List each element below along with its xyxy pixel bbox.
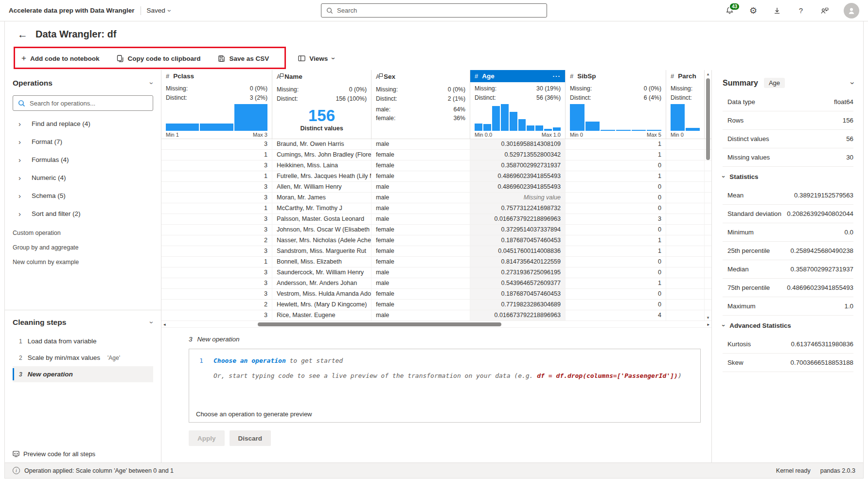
cell-name[interactable]: Braund, Mr. Owen Harris [272,139,372,149]
table-row[interactable]: 3Andersson, Mr. Anders Johanmale0.543964… [161,278,711,289]
cell-age[interactable]: 0.1876870457460453 [470,235,566,246]
scroll-right-icon[interactable]: ▸ [707,322,709,327]
cell-age[interactable]: 0.7577312241698732 [470,203,566,213]
cell-age[interactable]: 0.48696023941855493 [470,182,566,192]
cleaning-step-1[interactable]: 1Load data from variable [13,333,153,349]
cleaning-step-2[interactable]: 2Scale by min/max values'Age' [13,350,153,366]
download-button[interactable] [772,6,782,16]
user-avatar[interactable] [844,3,859,18]
cell-pclass[interactable]: 3 [161,310,272,320]
editor-line-1[interactable]: 1 Choose an operation to get started [189,357,700,364]
cell-name[interactable]: Cumings, Mrs. John Bradley (Florenc [272,150,372,160]
cell-pclass[interactable]: 3 [161,246,272,256]
cell-name[interactable]: Hewlett, Mrs. (Mary D Kingcome) [272,300,372,310]
add-code-to-notebook-button[interactable]: + Add code to notebook [21,53,99,63]
scroll-up-icon[interactable]: ▴ [707,71,709,77]
cell-pclass[interactable]: 3 [161,160,272,171]
views-button[interactable]: Views › [298,55,335,62]
scroll-down-icon[interactable]: ▾ [707,315,709,321]
table-row[interactable]: 3Sandstrom, Miss. Marguerite Rutfemale0.… [161,246,711,257]
operation-group-5[interactable]: ›Sort and filter (2) [13,205,153,223]
operations-search[interactable] [13,95,153,111]
table-row[interactable]: 3Moran, Mr. JamesmaleMissing value0 [161,193,711,203]
cell-sibsp[interactable]: 0 [566,160,666,171]
operations-search-input[interactable] [30,100,148,107]
cell-age[interactable]: Missing value [470,193,566,203]
cell-parch[interactable] [666,182,705,192]
discard-button[interactable]: Discard [230,430,271,446]
cell-sex[interactable]: female [372,289,470,299]
cell-pclass[interactable]: 3 [161,267,272,278]
cell-sex[interactable]: female [372,246,470,256]
table-row[interactable]: 1Cumings, Mrs. John Bradley (Florencfema… [161,150,711,160]
cell-sibsp[interactable]: 0 [566,257,666,267]
cell-age[interactable]: 0.016673792218896963 [470,310,566,320]
cell-name[interactable]: Saundercock, Mr. William Henry [272,267,372,278]
cell-parch[interactable] [666,214,705,224]
cell-sibsp[interactable]: 0 [566,193,666,203]
table-row[interactable]: 2Nasser, Mrs. Nicholas (Adele Achemfemal… [161,235,711,246]
column-menu-icon[interactable]: ··· [553,72,561,80]
cell-sibsp[interactable]: 4 [566,310,666,320]
horizontal-scrollbar-thumb[interactable] [258,322,501,326]
cell-sex[interactable]: male [372,203,470,213]
cell-sex[interactable]: male [372,267,470,278]
cell-sibsp[interactable]: 0 [566,267,666,278]
cell-sibsp[interactable]: 1 [566,139,666,149]
cell-age[interactable]: 0.5439646572609377 [470,278,566,288]
cell-name[interactable]: Nasser, Mrs. Nicholas (Adele Achem [272,235,372,246]
save-as-csv-button[interactable]: Save as CSV [218,55,269,62]
cell-name[interactable]: Heikkinen, Miss. Laina [272,160,372,171]
table-row[interactable]: 1Bonnell, Miss. Elizabethfemale0.8147356… [161,257,711,267]
cell-parch[interactable] [666,139,705,149]
operation-group-0[interactable]: ›Find and replace (4) [13,115,153,133]
choose-operation-link[interactable]: Choose an operation [213,357,286,364]
notifications-button[interactable]: 43 [725,6,734,16]
cell-parch[interactable] [666,160,705,171]
cell-pclass[interactable]: 1 [161,203,272,213]
table-row[interactable]: 3Vestrom, Miss. Hulda Amanda Adolffemale… [161,289,711,300]
cell-age[interactable]: 0.3729514037337894 [470,225,566,235]
cell-sex[interactable]: female [372,257,470,267]
horizontal-scrollbar[interactable]: ◂ ▸ [161,321,711,328]
copy-code-button[interactable]: Copy code to clipboard [117,55,200,62]
cleaning-step-3[interactable]: 3New operation [13,366,153,382]
cell-parch[interactable] [666,246,705,256]
operation-link-0[interactable]: Custom operation [13,226,153,240]
cell-pclass[interactable]: 3 [161,182,272,192]
cell-age[interactable]: 0.04517600114008836 [470,246,566,256]
cell-name[interactable]: Rice, Master. Eugene [272,310,372,320]
cell-parch[interactable] [666,267,705,278]
table-row[interactable]: 3Rice, Master. Eugenemale0.0166737922188… [161,310,711,321]
cell-sex[interactable]: male [372,182,470,192]
table-row[interactable]: 3Heikkinen, Miss. Lainafemale0.358700299… [161,160,711,171]
table-row[interactable]: 3Palsson, Master. Gosta Leonardmale0.016… [161,214,711,225]
operation-group-3[interactable]: ›Numeric (4) [13,169,153,187]
horizontal-scrollbar-track[interactable] [166,321,708,328]
cell-name[interactable]: Andersson, Mr. Anders Johan [272,278,372,288]
cell-sibsp[interactable]: 1 [566,150,666,160]
chevron-down-icon[interactable]: › [149,321,156,324]
operation-link-1[interactable]: Group by and aggregate [13,240,153,255]
cell-sex[interactable]: male [372,193,470,203]
cell-name[interactable]: Futrelle, Mrs. Jacques Heath (Lily Ma [272,171,372,181]
back-arrow-icon[interactable]: ← [18,29,28,39]
cell-parch[interactable] [666,203,705,213]
cell-parch[interactable] [666,257,705,267]
cell-name[interactable]: Sandstrom, Miss. Marguerite Rut [272,246,372,256]
cell-pclass[interactable]: 2 [161,235,272,246]
save-status-dropdown[interactable]: Saved › [147,7,171,14]
cell-sibsp[interactable]: 1 [566,171,666,181]
cell-parch[interactable] [666,171,705,181]
column-title-age[interactable]: #Age··· [470,70,565,82]
cell-name[interactable]: Palsson, Master. Gosta Leonard [272,214,372,224]
cell-age[interactable]: 0.2731936725096195 [470,267,566,278]
table-row[interactable]: 3Saundercock, Mr. William Henrymale0.273… [161,267,711,278]
cell-age[interactable]: 0.529713552800342 [470,150,566,160]
cell-age[interactable]: 0.1876870457460453 [470,289,566,299]
global-search[interactable] [321,3,547,18]
operation-link-2[interactable]: New column by example [13,255,153,269]
chevron-down-icon[interactable]: › [149,82,156,85]
cell-age[interactable]: 0.3587002992731937 [470,160,566,171]
table-row[interactable]: 3Johnson, Mrs. Oscar W (Elisabeth Vilfem… [161,225,711,235]
